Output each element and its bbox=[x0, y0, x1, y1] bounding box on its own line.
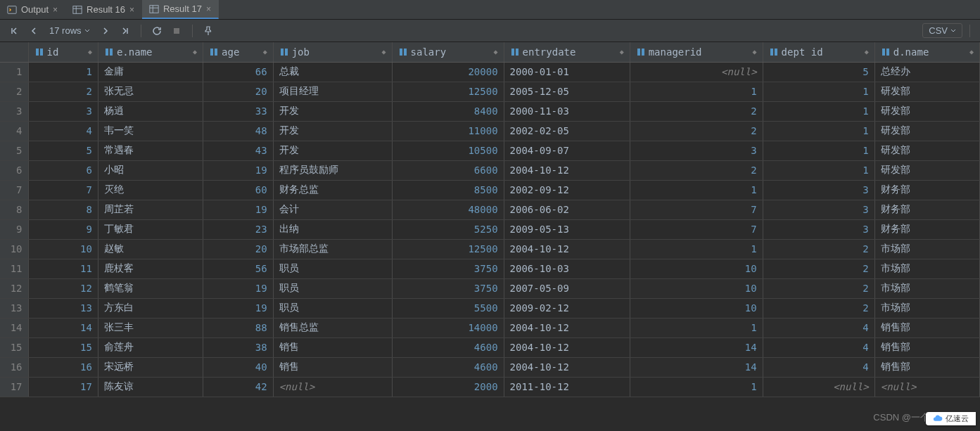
cell-managerid[interactable]: 1 bbox=[630, 239, 763, 259]
cell-e-name[interactable]: 方东白 bbox=[98, 298, 203, 318]
cell-age[interactable]: 88 bbox=[203, 318, 274, 337]
cell-managerid[interactable]: 10 bbox=[630, 278, 763, 298]
column-header-managerid[interactable]: managerid◆ bbox=[630, 42, 763, 62]
cell-job[interactable]: 会计 bbox=[273, 200, 392, 219]
column-header-dept_id[interactable]: dept_id◆ bbox=[763, 42, 874, 62]
cell-entrydate[interactable]: 2006-06-02 bbox=[504, 200, 630, 219]
cell-managerid[interactable]: 1 bbox=[630, 318, 763, 337]
cell-dept_id[interactable]: 4 bbox=[763, 337, 874, 357]
cell-salary[interactable]: 2000 bbox=[392, 377, 504, 397]
cell-d-name[interactable]: 研发部 bbox=[874, 141, 979, 160]
cell-d-name[interactable]: 市场部 bbox=[874, 278, 979, 298]
cell-dept_id[interactable]: 1 bbox=[763, 82, 874, 101]
cell-e-name[interactable]: 韦一笑 bbox=[98, 121, 203, 141]
table-row[interactable]: 1414张三丰88销售总监140002004-10-1214销售部 bbox=[0, 318, 980, 337]
cell-e-name[interactable]: 宋远桥 bbox=[98, 357, 203, 377]
cell-salary[interactable]: 11000 bbox=[392, 121, 504, 141]
cell-salary[interactable]: 8500 bbox=[392, 180, 504, 200]
cell-job[interactable]: 项目经理 bbox=[273, 82, 392, 101]
cell-entrydate[interactable]: 2005-12-05 bbox=[504, 82, 630, 101]
prev-page-button[interactable] bbox=[25, 22, 42, 39]
table-row[interactable]: 77灭绝60财务总监85002002-09-1213财务部 bbox=[0, 180, 980, 200]
cell-job[interactable]: <null> bbox=[273, 377, 392, 397]
cell-entrydate[interactable]: 2004-10-12 bbox=[504, 239, 630, 259]
result-grid[interactable]: id◆e.name◆age◆job◆salary◆entrydate◆manag… bbox=[0, 42, 980, 431]
cell-e-name[interactable]: 小昭 bbox=[98, 160, 203, 180]
cell-d-name[interactable]: 财务部 bbox=[874, 219, 979, 239]
cell-d-name[interactable]: 财务部 bbox=[874, 200, 979, 219]
cell-e-name[interactable]: 金庸 bbox=[98, 62, 203, 82]
column-header-job[interactable]: job◆ bbox=[273, 42, 392, 62]
cell-age[interactable]: 60 bbox=[203, 180, 274, 200]
column-header-salary[interactable]: salary◆ bbox=[392, 42, 504, 62]
cell-d-name[interactable]: 销售部 bbox=[874, 337, 979, 357]
cell-entrydate[interactable]: 2002-02-05 bbox=[504, 121, 630, 141]
cell-age[interactable]: 40 bbox=[203, 357, 274, 377]
cell-job[interactable]: 销售总监 bbox=[273, 318, 392, 337]
cell-age[interactable]: 38 bbox=[203, 337, 274, 357]
cell-age[interactable]: 19 bbox=[203, 278, 274, 298]
cell-dept_id[interactable]: 4 bbox=[763, 357, 874, 377]
cell-managerid[interactable]: 1 bbox=[630, 180, 763, 200]
cell-id[interactable]: 12 bbox=[28, 278, 98, 298]
cell-dept_id[interactable]: 1 bbox=[763, 121, 874, 141]
cell-e-name[interactable]: 俞莲舟 bbox=[98, 337, 203, 357]
table-row[interactable]: 88周芷若19会计480002006-06-0273财务部 bbox=[0, 200, 980, 219]
cell-job[interactable]: 程序员鼓励师 bbox=[273, 160, 392, 180]
cell-salary[interactable]: 12500 bbox=[392, 239, 504, 259]
cell-job[interactable]: 财务总监 bbox=[273, 180, 392, 200]
cell-e-name[interactable]: 灭绝 bbox=[98, 180, 203, 200]
cell-entrydate[interactable]: 2000-01-01 bbox=[504, 62, 630, 82]
cell-managerid[interactable]: 2 bbox=[630, 121, 763, 141]
cell-entrydate[interactable]: 2006-10-03 bbox=[504, 259, 630, 278]
cell-entrydate[interactable]: 2000-11-03 bbox=[504, 101, 630, 121]
cell-age[interactable]: 56 bbox=[203, 259, 274, 278]
cell-age[interactable]: 42 bbox=[203, 377, 274, 397]
cell-e-name[interactable]: 鹤笔翁 bbox=[98, 278, 203, 298]
cell-e-name[interactable]: 常遇春 bbox=[98, 141, 203, 160]
cell-entrydate[interactable]: 2004-10-12 bbox=[504, 318, 630, 337]
cell-job[interactable]: 职员 bbox=[273, 259, 392, 278]
cell-job[interactable]: 开发 bbox=[273, 141, 392, 160]
cell-salary[interactable]: 3750 bbox=[392, 278, 504, 298]
table-row[interactable]: 1111鹿杖客56职员37502006-10-03102市场部 bbox=[0, 259, 980, 278]
cell-d-name[interactable]: 市场部 bbox=[874, 298, 979, 318]
cell-id[interactable]: 14 bbox=[28, 318, 98, 337]
cell-age[interactable]: 43 bbox=[203, 141, 274, 160]
cell-entrydate[interactable]: 2004-10-12 bbox=[504, 357, 630, 377]
cell-id[interactable]: 13 bbox=[28, 298, 98, 318]
column-header-d-name[interactable]: d.name◆ bbox=[874, 42, 979, 62]
last-page-button[interactable] bbox=[117, 22, 134, 39]
cell-d-name[interactable]: 销售部 bbox=[874, 318, 979, 337]
cell-dept_id[interactable]: 2 bbox=[763, 259, 874, 278]
cell-managerid[interactable]: <null> bbox=[630, 62, 763, 82]
cell-salary[interactable]: 14000 bbox=[392, 318, 504, 337]
close-icon[interactable]: × bbox=[129, 5, 134, 15]
cell-id[interactable]: 4 bbox=[28, 121, 98, 141]
cell-managerid[interactable]: 14 bbox=[630, 357, 763, 377]
cell-dept_id[interactable]: 3 bbox=[763, 219, 874, 239]
cell-id[interactable]: 9 bbox=[28, 219, 98, 239]
table-row[interactable]: 66小昭19程序员鼓励师66002004-10-1221研发部 bbox=[0, 160, 980, 180]
cell-job[interactable]: 市场部总监 bbox=[273, 239, 392, 259]
cell-e-name[interactable]: 陈友谅 bbox=[98, 377, 203, 397]
cell-d-name[interactable]: 市场部 bbox=[874, 239, 979, 259]
cell-id[interactable]: 2 bbox=[28, 82, 98, 101]
pin-button[interactable] bbox=[200, 22, 217, 39]
cell-id[interactable]: 17 bbox=[28, 377, 98, 397]
cell-age[interactable]: 23 bbox=[203, 219, 274, 239]
cell-id[interactable]: 10 bbox=[28, 239, 98, 259]
cell-entrydate[interactable]: 2007-05-09 bbox=[504, 278, 630, 298]
cell-dept_id[interactable]: 1 bbox=[763, 160, 874, 180]
cell-salary[interactable]: 48000 bbox=[392, 200, 504, 219]
cell-age[interactable]: 33 bbox=[203, 101, 274, 121]
cell-d-name[interactable]: 总经办 bbox=[874, 62, 979, 82]
cell-e-name[interactable]: 赵敏 bbox=[98, 239, 203, 259]
cell-d-name[interactable]: 研发部 bbox=[874, 101, 979, 121]
table-row[interactable]: 22张无忌20项目经理125002005-12-0511研发部 bbox=[0, 82, 980, 101]
cell-d-name[interactable]: 研发部 bbox=[874, 121, 979, 141]
cell-id[interactable]: 5 bbox=[28, 141, 98, 160]
cell-id[interactable]: 7 bbox=[28, 180, 98, 200]
cell-entrydate[interactable]: 2009-05-13 bbox=[504, 219, 630, 239]
cell-dept_id[interactable]: 5 bbox=[763, 62, 874, 82]
